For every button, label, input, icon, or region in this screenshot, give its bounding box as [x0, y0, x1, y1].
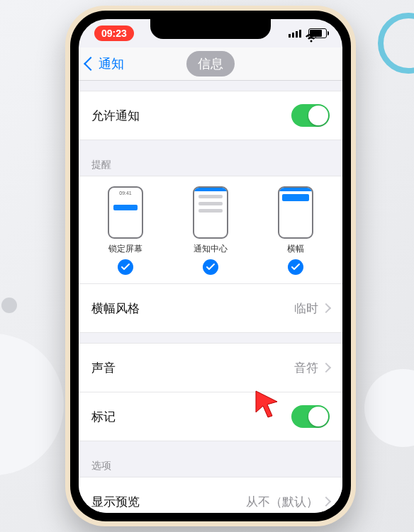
row-label: 标记 — [91, 409, 116, 425]
badges-row[interactable]: 标记 — [79, 392, 342, 441]
allow-notifications-row[interactable]: 允许通知 — [79, 91, 342, 140]
bg-decor — [378, 13, 414, 74]
row-value: 从不（默认） — [246, 494, 318, 510]
banner-preview-icon — [278, 186, 313, 239]
alert-style-notification-center[interactable]: 通知中心 — [193, 186, 228, 275]
chevron-right-icon — [321, 303, 331, 313]
toggle-knob — [308, 106, 328, 125]
section-header-options: 选项 — [79, 451, 342, 477]
row-label: 允许通知 — [91, 108, 140, 124]
sounds-row[interactable]: 声音 音符 — [79, 343, 342, 392]
mini-clock: 09:41 — [109, 191, 142, 196]
chevron-right-icon — [321, 363, 331, 373]
phone-bezel: 09:23 通知 信息 — [70, 11, 351, 521]
alert-style-label: 通知中心 — [194, 243, 228, 255]
settings-content[interactable]: 允许通知 提醒 09:41 — [79, 81, 342, 513]
battery-icon — [308, 28, 327, 38]
row-label: 显示预览 — [91, 494, 140, 510]
alert-style-label: 横幅 — [287, 243, 304, 255]
notification-center-preview-icon — [193, 186, 228, 239]
row-value: 临时 — [294, 300, 318, 317]
badges-toggle[interactable] — [291, 405, 330, 428]
chevron-right-icon — [321, 497, 331, 506]
row-value: 音符 — [294, 360, 318, 376]
show-previews-row[interactable]: 显示预览 从不（默认） — [79, 477, 342, 513]
checkmark-icon — [203, 259, 218, 275]
back-label: 通知 — [99, 55, 124, 72]
phone-frame: 09:23 通知 信息 — [65, 6, 356, 526]
banner-style-row[interactable]: 横幅风格 临时 — [79, 284, 342, 333]
bg-decor — [364, 369, 414, 447]
tutorial-stage: 09:23 通知 信息 — [0, 0, 414, 532]
chevron-left-icon — [84, 57, 98, 71]
back-button-notifications[interactable]: 通知 — [86, 47, 124, 80]
nav-bar: 通知 信息 — [79, 47, 342, 81]
row-label: 声音 — [91, 360, 116, 376]
recording-time-pill[interactable]: 09:23 — [94, 26, 134, 41]
section-header-alerts: 提醒 — [79, 150, 342, 176]
lockscreen-preview-icon: 09:41 — [108, 186, 143, 239]
checkmark-icon — [288, 259, 303, 275]
toggle-knob — [308, 407, 328, 426]
alert-style-banners[interactable]: 横幅 — [278, 186, 313, 275]
bg-decor — [0, 334, 64, 475]
phone-screen: 09:23 通知 信息 — [79, 19, 342, 513]
status-icons — [289, 28, 327, 38]
page-title: 信息 — [186, 51, 235, 77]
allow-notifications-toggle[interactable] — [291, 104, 330, 127]
cellular-icon — [289, 30, 301, 38]
alert-style-lock-screen[interactable]: 09:41 锁定屏幕 — [108, 186, 143, 275]
alert-style-label: 锁定屏幕 — [108, 243, 142, 255]
notch — [150, 19, 271, 39]
alert-styles-panel: 09:41 锁定屏幕 通知中心 — [79, 176, 342, 284]
checkmark-icon — [118, 259, 133, 275]
bg-decor — [1, 298, 17, 313]
row-label: 横幅风格 — [91, 300, 140, 317]
